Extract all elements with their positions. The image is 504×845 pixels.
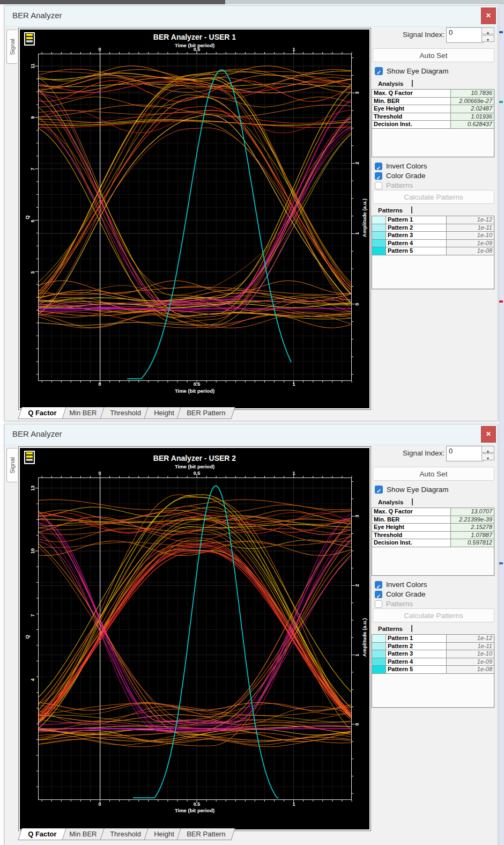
check-icon: ✓ (376, 488, 381, 494)
q-axis-label: Q (24, 215, 30, 219)
right-tick: 0 (354, 723, 360, 725)
signal-index-input[interactable]: 0 (446, 446, 484, 461)
right-tick: 1 (354, 653, 360, 656)
calculate-patterns-button[interactable]: Calculate Patterns (373, 190, 494, 204)
table-row: Eye Height2.15278 (372, 524, 494, 532)
signal-side-tab[interactable]: Signal (6, 30, 17, 64)
bottom-tick-0: 0 (98, 381, 101, 387)
table-row: Pattern 41e-09 (372, 658, 494, 666)
spinner-down-button[interactable]: ▼ (481, 453, 494, 460)
table-row: Max. Q Factor10.7836 (372, 90, 494, 98)
invert-colors-row: ✓ Invert Colors (375, 581, 427, 589)
analysis-table: Max. Q Factor13.0707 Min. BER2.21399e-39… (372, 508, 494, 576)
background-app-edge (499, 4, 504, 845)
bottom-tick-0: 0 (98, 802, 101, 807)
calculate-patterns-button[interactable]: Calculate Patterns (373, 608, 494, 622)
tab-q-factor[interactable]: Q Factor (18, 828, 66, 840)
amplitude-axis-label: Amplitude (a.u.) (361, 199, 367, 237)
tab-threshold[interactable]: Threshold (100, 407, 151, 419)
spinner-up-button[interactable]: ▲ (481, 446, 494, 453)
signal-index-spinner: ▲ ▼ (481, 446, 494, 461)
pattern-color-swatch (372, 232, 386, 239)
close-button[interactable]: ✕ (481, 8, 496, 24)
table-row: Max. Q Factor13.0707 (372, 508, 494, 516)
tab-min-ber[interactable]: Min BER (60, 407, 107, 419)
background-fragment (499, 300, 503, 303)
tab-analysis[interactable]: Analysis (378, 498, 413, 505)
table-row: Pattern 11e-12 (372, 216, 494, 224)
right-tick: 1 (354, 232, 360, 234)
pattern-color-swatch (372, 635, 386, 642)
close-icon: ✕ (486, 430, 491, 438)
table-row: Min. BER2.00669e-27 (372, 98, 494, 106)
table-row: Pattern 51e-08 (372, 666, 494, 674)
x-axis-label: Time (bit period) (20, 388, 369, 394)
patterns-checkbox[interactable] (375, 600, 382, 608)
show-eye-diagram-label: Show Eye Diagram (387, 67, 449, 75)
table-row: Min. BER2.21399e-39 (372, 516, 494, 524)
left-tick: 9 (30, 116, 35, 119)
signal-index-input[interactable]: 0 (446, 27, 484, 43)
background-fragment (499, 562, 503, 564)
tab-threshold[interactable]: Threshold (100, 828, 151, 840)
background-fragment (499, 101, 503, 103)
bottom-tick-1: 1 (292, 381, 295, 387)
tab-patterns[interactable]: Patterns (378, 625, 412, 632)
top-tick-0: 0 (98, 471, 101, 476)
invert-colors-checkbox[interactable]: ✓ (375, 581, 382, 589)
invert-colors-checkbox[interactable]: ✓ (375, 163, 382, 170)
check-icon: ✓ (376, 175, 381, 181)
pattern-color-swatch (372, 247, 386, 255)
up-arrow-icon: ▲ (486, 31, 490, 34)
tab-analysis[interactable]: Analysis (378, 80, 413, 87)
auto-set-button[interactable]: Auto Set (373, 48, 494, 62)
table-row: Pattern 21e-11 (372, 224, 494, 232)
eye-diagram-panel: BER Analyzer - USER 1 Time (bit period) … (19, 28, 370, 409)
pattern-color-swatch (372, 643, 386, 650)
show-eye-diagram-checkbox[interactable]: ✓ (375, 67, 383, 75)
table-row: Pattern 51e-08 (372, 247, 494, 255)
auto-set-button[interactable]: Auto Set (373, 467, 494, 481)
patterns-checkbox[interactable] (375, 182, 382, 189)
down-arrow-icon: ▼ (486, 38, 490, 42)
left-tick: 3 (30, 271, 35, 274)
table-row: Pattern 31e-10 (372, 232, 494, 240)
show-eye-diagram-row: ✓ Show Eye Diagram (375, 67, 449, 75)
color-grade-checkbox[interactable]: ✓ (375, 591, 382, 598)
tab-patterns[interactable]: Patterns (378, 207, 412, 214)
right-tick: 2 (354, 584, 360, 586)
tab-divider (411, 207, 412, 214)
tab-min-ber[interactable]: Min BER (60, 828, 107, 840)
spinner-up-button[interactable]: ▲ (481, 27, 494, 34)
signal-side-tab[interactable]: Signal (6, 448, 17, 482)
eye-diagram-panel: BER Analyzer - USER 2 Time (bit period) … (19, 447, 370, 831)
chart-top-axis-label: Time (bit period) (20, 464, 369, 469)
show-eye-diagram-checkbox[interactable]: ✓ (375, 486, 383, 494)
close-button[interactable]: ✕ (481, 426, 496, 443)
show-eye-diagram-label: Show Eye Diagram (387, 486, 449, 494)
left-tick: 11 (30, 63, 35, 69)
table-row: Decision Inst.0.628437 (372, 121, 494, 129)
chart-title: BER Analyzer - USER 2 (20, 454, 369, 462)
analysis-table: Max. Q Factor10.7836 Min. BER2.00669e-27… (372, 89, 494, 157)
tab-ber-pattern[interactable]: BER Pattern (177, 407, 235, 419)
bottom-tick-05: 0.5 (194, 802, 201, 807)
tab-ber-pattern[interactable]: BER Pattern (177, 828, 235, 840)
signal-index-label: Signal Index: (376, 449, 444, 457)
table-row: Eye Height2.02487 (372, 105, 494, 113)
spinner-down-button[interactable]: ▼ (481, 35, 494, 42)
amplitude-axis-label: Amplitude (a.u.) (361, 618, 367, 657)
left-tick: 7 (30, 614, 35, 616)
table-row: Pattern 21e-11 (372, 643, 494, 651)
tab-q-factor[interactable]: Q Factor (18, 407, 66, 419)
background-fragment (499, 31, 503, 33)
tab-divider (412, 498, 413, 505)
patterns-table: Pattern 11e-12 Pattern 21e-11 Pattern 31… (372, 216, 494, 289)
pattern-color-swatch (372, 216, 386, 224)
color-grade-checkbox[interactable]: ✓ (375, 172, 382, 180)
check-icon: ✓ (376, 593, 381, 599)
table-row: Decision Inst.0.597812 (372, 539, 494, 547)
right-tick: 0 (354, 303, 360, 305)
bottom-tick-05: 0.5 (194, 381, 201, 387)
ber-analyzer-window-2: BER Analyzer ✕ Signal BER Analyzer - USE… (4, 424, 498, 845)
